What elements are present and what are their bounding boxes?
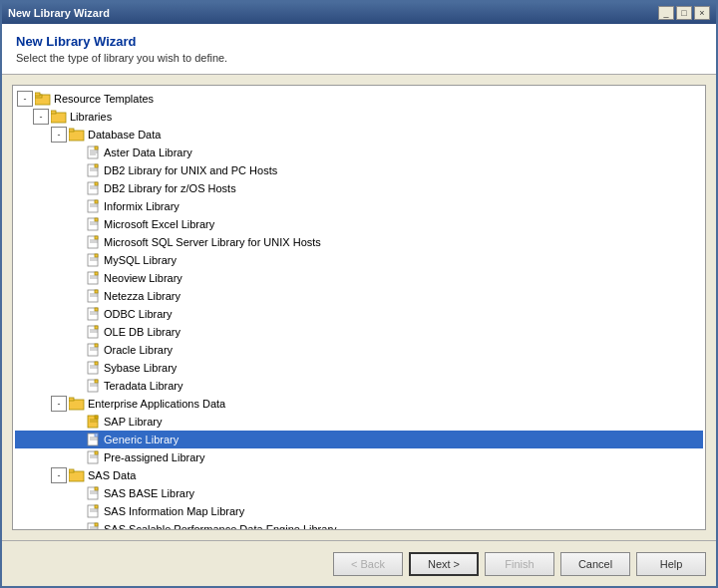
next-button[interactable]: Next > [409,552,479,576]
item-label: SAS Scalable Performance Data Engine Lib… [104,523,337,530]
finish-button[interactable]: Finish [485,552,554,576]
expand-icon[interactable]: - [51,127,67,143]
list-item[interactable]: SAS BASE Library [15,484,703,502]
list-item[interactable]: ODBC Library [15,305,703,323]
item-label: OLE DB Library [104,326,180,338]
svg-rect-4 [51,111,56,114]
item-label: SAS BASE Library [104,487,194,499]
list-item[interactable]: Microsoft SQL Server Library for UNIX Ho… [15,233,703,251]
expand-icon[interactable]: - [51,467,67,483]
list-item[interactable]: Oracle Library [15,341,703,359]
doc-icon [87,181,101,195]
minimize-button[interactable]: _ [658,6,674,20]
svg-rect-5 [69,131,84,141]
list-item[interactable]: OLE DB Library [15,323,703,341]
doc-icon [87,504,101,518]
list-item[interactable]: - SAS Data [15,466,703,484]
wizard-footer: < Back Next > Finish Cancel Help [2,540,716,586]
item-label: DB2 Library for UNIX and PC Hosts [104,164,277,176]
list-item[interactable]: DB2 Library for UNIX and PC Hosts [15,161,703,179]
svg-rect-6 [69,129,74,132]
doc-icon [87,163,101,177]
svg-rect-75 [95,451,98,454]
svg-rect-2 [35,93,40,96]
svg-rect-79 [69,469,74,472]
list-item[interactable]: Netezza Library [15,287,703,305]
list-item[interactable]: SAS Scalable Performance Data Engine Lib… [15,520,703,530]
list-item[interactable]: DB2 Library for z/OS Hosts [15,179,703,197]
list-item[interactable]: - Libraries [15,108,703,126]
help-button[interactable]: Help [636,552,706,576]
item-label: Resource Templates [54,93,154,105]
doc-icon [87,253,101,267]
tree-inner: - Resource Templates - Libraries [13,86,705,530]
library-tree[interactable]: - Resource Templates - Libraries [12,85,706,530]
folder-icon [35,92,51,106]
svg-rect-57 [95,362,98,365]
svg-rect-81 [95,487,98,490]
sap-library-item[interactable]: SAP Library [15,413,703,431]
svg-rect-45 [95,308,98,311]
doc-icon [87,379,101,393]
generic-library-item[interactable]: Generic Library [15,431,703,448]
wizard-window: New Library Wizard _ □ × New Library Wiz… [0,0,718,588]
svg-rect-71 [95,434,98,437]
doc-icon [87,271,101,285]
list-item[interactable]: - Enterprise Applications Data [15,395,703,413]
title-bar-buttons: _ □ × [658,6,710,20]
svg-rect-49 [95,326,98,329]
wizard-title: New Library Wizard [16,34,702,49]
doc-special-icon [87,415,101,429]
doc-icon [87,289,101,303]
svg-rect-78 [69,471,84,481]
item-label: Aster Data Library [104,147,192,158]
expand-icon[interactable]: - [51,396,67,412]
svg-rect-21 [95,200,98,203]
item-label: Generic Library [104,434,179,445]
list-item[interactable]: MySQL Library [15,251,703,269]
item-label: Pre-assigned Library [104,451,205,463]
list-item[interactable]: Aster Data Library [15,144,703,161]
item-label: Microsoft SQL Server Library for UNIX Ho… [104,236,321,248]
folder-icon [51,110,67,124]
svg-rect-29 [95,236,98,239]
window-title: New Library Wizard [8,7,110,19]
list-item[interactable]: Microsoft Excel Library [15,215,703,233]
close-button[interactable]: × [694,6,710,20]
list-item[interactable]: Sybase Library [15,359,703,377]
title-bar: New Library Wizard _ □ × [2,2,716,24]
list-item[interactable]: - Resource Templates [15,90,703,108]
svg-rect-17 [95,182,98,185]
folder-icon [69,128,85,142]
folder-icon [69,468,85,482]
list-item[interactable]: Teradata Library [15,377,703,395]
svg-rect-25 [95,218,98,221]
list-item[interactable]: SAS Information Map Library [15,502,703,520]
doc-icon [87,343,101,357]
doc-icon [87,325,101,339]
list-item[interactable]: Pre-assigned Library [15,448,703,466]
svg-rect-13 [95,164,98,167]
list-item[interactable]: - Database Data [15,126,703,144]
svg-rect-85 [95,505,98,508]
doc-icon [87,146,101,159]
svg-rect-67 [95,416,98,419]
wizard-subtitle: Select the type of library you wish to d… [16,52,702,64]
doc-icon [87,307,101,321]
item-label: SAS Data [88,469,136,481]
cancel-button[interactable]: Cancel [560,552,630,576]
item-label: SAP Library [104,416,163,428]
back-button[interactable]: < Back [333,552,403,576]
item-label: MySQL Library [104,254,177,266]
doc-icon [87,450,101,464]
doc-icon [87,361,101,375]
doc-icon [87,217,101,231]
doc-icon [87,235,101,249]
svg-rect-33 [95,254,98,257]
list-item[interactable]: Neoview Library [15,269,703,287]
list-item[interactable]: Informix Library [15,197,703,215]
maximize-button[interactable]: □ [676,6,692,20]
svg-rect-64 [69,400,84,410]
expand-icon[interactable]: - [17,91,33,107]
expand-icon[interactable]: - [33,109,49,125]
